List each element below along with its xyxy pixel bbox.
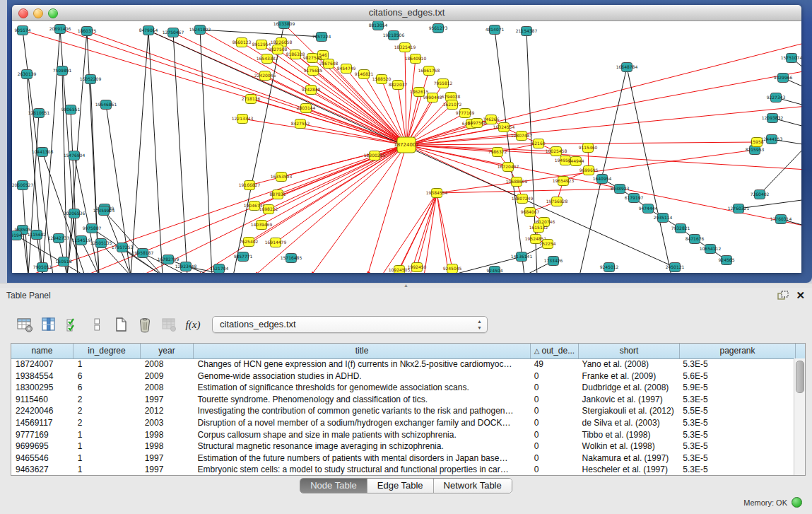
graph-edge[interactable] [261,45,406,145]
table-cell[interactable]: Jankovic et al. (1997) [578,394,679,406]
table-cell[interactable]: Wolkin et al. (1998) [578,440,679,452]
table-cell[interactable]: 9463627 [11,464,73,475]
table-cell[interactable]: 0 [530,370,578,382]
table-cell[interactable]: Investigating the contribution of common… [194,405,530,417]
table-cell[interactable]: 1 [73,464,141,475]
table-cell[interactable]: 9115460 [11,394,73,406]
table-cell[interactable]: 18724007 [11,358,73,370]
table-cell[interactable]: 0 [530,382,578,394]
memory-status-icon[interactable] [792,497,802,508]
table-cell[interactable]: 5.3E-5 [678,440,794,452]
table-cell[interactable]: 1997 [141,452,194,465]
table-cell[interactable]: Tourette syndrome. Phenomenology and cla… [194,394,530,406]
select-columns-icon[interactable] [64,315,82,334]
table-cell[interactable]: 1998 [141,440,194,452]
graph-edge[interactable] [87,31,406,145]
table-cell[interactable]: Corpus callosum shape and size in male p… [194,429,530,441]
table-cell[interactable]: 18300295 [11,382,73,394]
table-cell[interactable]: de Silva et al. (2003) [578,417,679,429]
column-header-pagerank[interactable]: pagerank [680,344,796,358]
table-cell[interactable]: 2008 [141,358,194,370]
table-cell[interactable]: Tibbo et al. (1998) [578,429,679,441]
table-cell[interactable]: Estimation of significance thresholds fo… [194,382,530,394]
table-scrollbar[interactable] [794,358,805,475]
table-cell[interactable]: 6 [73,382,141,394]
table-row[interactable]: 2242004622012Investigating the contribut… [11,405,794,417]
table-cell[interactable]: 49 [530,358,578,370]
table-cell[interactable]: 5.5E-5 [678,405,794,417]
table-cell[interactable]: 5.3E-5 [678,394,794,406]
table-cell[interactable]: 0 [530,394,578,406]
table-cell[interactable]: 1 [73,440,141,452]
table-cell[interactable]: 2012 [141,405,194,417]
table-cell[interactable]: Structural magnetic resonance image aver… [194,440,530,452]
row-options-icon[interactable] [88,315,106,334]
table-cell[interactable]: 0 [530,464,578,475]
table-cell[interactable]: 14569117 [11,417,73,429]
citation-graph[interactable]: 9055742069140618603758479064127504671524… [12,21,801,273]
graph-edge[interactable] [200,30,322,37]
table-cell[interactable]: 22420046 [11,405,73,417]
column-header-year[interactable]: year [141,344,194,358]
graph-edge[interactable] [28,113,39,273]
table-row[interactable]: 1872400712008Changes of HCN gene express… [11,358,794,370]
table-cell[interactable]: 5.9E-5 [678,382,794,394]
close-panel-icon[interactable]: ✕ [796,290,805,300]
scrollbar-thumb[interactable] [796,361,804,393]
tab-network-table[interactable]: Network Table [433,479,512,493]
graph-edge[interactable] [406,127,504,145]
graph-edge[interactable] [131,30,148,273]
graph-edge[interactable] [405,47,406,145]
graph-edge[interactable] [367,145,406,273]
table-mode-icon[interactable] [16,315,34,334]
table-cell[interactable]: Embryonic stem cells: a model to study s… [194,464,530,475]
tab-node-table[interactable]: Node Table [300,479,367,493]
graph-edge[interactable] [276,145,406,243]
table-cell[interactable]: 0 [530,429,578,441]
table-cell[interactable]: Dudbridge et al. (2008) [578,382,679,394]
table-cell[interactable]: 1 [73,452,141,465]
table-cell[interactable]: Disruption of a novel member of a sodium… [194,417,530,429]
table-cell[interactable]: Hescheler et al. (1997) [578,464,679,475]
table-cell[interactable]: Stergiakouli et al. (2012) [578,405,679,417]
table-row[interactable]: 946554611997Estimation of the future num… [11,452,794,465]
table-cell[interactable]: 2 [73,394,141,406]
table-cell[interactable]: 9465546 [11,452,73,465]
show-columns-icon[interactable] [40,315,58,334]
graph-edge[interactable] [760,145,801,194]
graph-edge[interactable] [437,193,452,269]
table-cell[interactable]: 5.6E-5 [678,370,794,382]
float-panel-icon[interactable] [777,291,789,300]
table-cell[interactable]: 2 [73,405,141,417]
table-cell[interactable]: Franke et al. (2009) [578,370,679,382]
table-row[interactable]: 1938455462009Genome-wide association stu… [11,370,794,382]
table-cell[interactable]: 1997 [141,394,194,406]
table-cell[interactable]: 5.3E-5 [678,358,794,370]
table-cell[interactable]: 5.3E-5 [678,429,794,441]
table-row[interactable]: 911546021997Tourette syndrome. Phenomeno… [11,394,794,406]
graph-edge[interactable] [410,193,437,273]
table-row[interactable]: 977716911998Corpus callosum shape and si… [11,429,794,441]
table-cell[interactable]: 6 [73,370,141,382]
graph-edge[interactable] [627,67,671,273]
graph-edge[interactable] [60,29,406,145]
graph-edge[interactable] [406,71,801,145]
graph-edge[interactable] [242,119,406,145]
delete-column-icon[interactable] [136,315,154,334]
table-cell[interactable]: 2008 [141,382,194,394]
table-cell[interactable]: 9777169 [11,429,73,441]
graph-edge[interactable] [437,193,449,273]
table-cell[interactable]: 9699695 [11,440,73,452]
graph-edge[interactable] [406,42,801,145]
window-titlebar[interactable]: citations_edges.txt [12,5,801,21]
network-canvas[interactable]: 9055742069140618603758479064127504671524… [12,21,801,273]
table-cell[interactable]: 2009 [141,370,194,382]
import-table-icon[interactable] [160,315,178,334]
table-cell[interactable]: 2003 [141,417,194,429]
table-selector-dropdown[interactable]: citations_edges.txt ▲▼ [212,316,488,333]
table-cell[interactable]: 0 [530,417,578,429]
table-cell[interactable]: 5.3E-5 [678,452,794,465]
column-header-name[interactable]: name [11,344,73,358]
table-row[interactable]: 946362711997Embryonic stem cells: a mode… [11,464,794,475]
table-cell[interactable]: Yano et al. (2008) [578,358,679,370]
